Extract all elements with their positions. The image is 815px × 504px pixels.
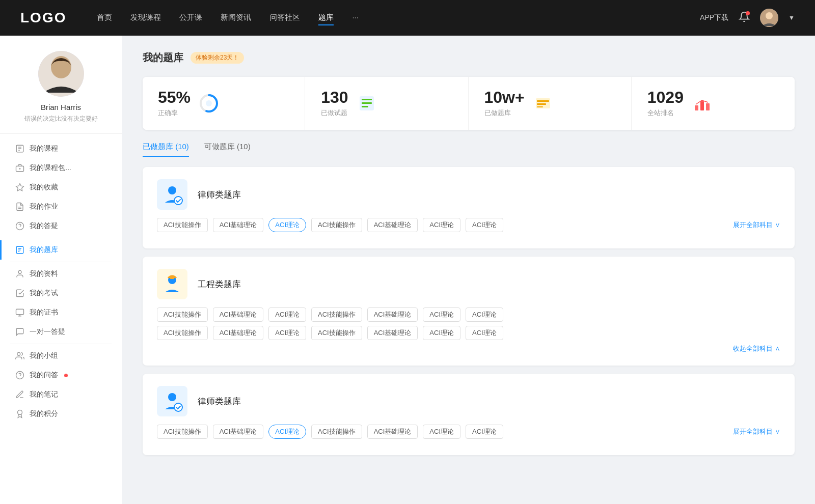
user-motto: 错误的决定比没有决定要好 xyxy=(24,115,98,123)
tag-1[interactable]: ACI技能操作 xyxy=(157,218,208,232)
tag-2[interactable]: ACI基础理论 xyxy=(213,218,264,232)
stat-accuracy-label: 正确率 xyxy=(158,108,191,118)
law2-tag-2[interactable]: ACI基础理论 xyxy=(213,425,264,439)
svg-point-24 xyxy=(16,372,24,379)
law2-tag-3-active[interactable]: ACI理论 xyxy=(268,425,306,439)
nav-open-course[interactable]: 公开课 xyxy=(179,11,202,25)
sidebar-item-package[interactable]: 我的课程包... xyxy=(0,158,122,178)
eng-tag2-1[interactable]: ACI技能操作 xyxy=(157,326,208,340)
tag-3-active[interactable]: ACI理论 xyxy=(268,218,306,232)
qbank-card-lawyer-2: 律师类题库 ACI技能操作 ACI基础理论 ACI理论 ACI技能操作 ACI基… xyxy=(143,374,795,455)
sidebar-item-qa[interactable]: 我的答疑 xyxy=(0,216,122,236)
qbank-tags-engineer-row1: ACI技能操作 ACI基础理论 ACI理论 ACI技能操作 ACI基础理论 AC… xyxy=(157,307,780,322)
nav-discover[interactable]: 发现课程 xyxy=(130,11,161,25)
law2-tag-4[interactable]: ACI技能操作 xyxy=(311,425,362,439)
eng-tag-6[interactable]: ACI理论 xyxy=(423,307,460,322)
eng-tag-3[interactable]: ACI理论 xyxy=(268,307,306,322)
eng-tag2-6[interactable]: ACI理论 xyxy=(423,326,460,340)
stat-qbanks-done: 10w+ 已做题库 xyxy=(469,77,632,130)
main-content: 我的题库 体验剩余23天！ 55% 正确率 xyxy=(122,36,815,504)
svg-point-26 xyxy=(18,410,22,415)
questions-icon xyxy=(357,93,377,114)
svg-point-41 xyxy=(168,186,176,194)
law2-tag-7[interactable]: ACI理论 xyxy=(466,425,503,439)
sidebar-item-qbank[interactable]: 我的题库 xyxy=(0,240,122,260)
user-dropdown-arrow[interactable]: ▼ xyxy=(789,14,795,21)
tab-done[interactable]: 已做题库 (10) xyxy=(143,142,189,157)
svg-point-29 xyxy=(206,100,212,106)
law2-tag-5[interactable]: ACI基础理论 xyxy=(367,425,418,439)
nav-qbank[interactable]: 题库 xyxy=(318,11,334,25)
tabs-bar: 已做题库 (10) 可做题库 (10) xyxy=(143,142,795,157)
stat-qbanks-number: 10w+ xyxy=(484,89,525,105)
eng-tag-2[interactable]: ACI基础理论 xyxy=(213,307,264,322)
law2-tag-6[interactable]: ACI理论 xyxy=(423,425,460,439)
logo: LOGO xyxy=(20,10,66,26)
svg-point-45 xyxy=(168,393,176,401)
svg-rect-32 xyxy=(362,102,372,104)
qbank-tags-engineer-row2: ACI技能操作 ACI基础理论 ACI理论 ACI技能操作 ACI基础理论 AC… xyxy=(157,326,780,340)
qbank-name-engineer: 工程类题库 xyxy=(198,278,241,290)
eng-tag2-7[interactable]: ACI理论 xyxy=(466,326,503,340)
app-download-button[interactable]: APP下载 xyxy=(700,13,728,22)
stat-ranking-label: 全站排名 xyxy=(647,108,684,118)
svg-marker-12 xyxy=(16,184,24,191)
eng-tag2-2[interactable]: ACI基础理论 xyxy=(213,326,264,340)
expand-link-lawyer-1[interactable]: 展开全部科目 ∨ xyxy=(733,220,780,230)
svg-point-46 xyxy=(174,403,182,411)
svg-point-42 xyxy=(174,197,182,205)
svg-point-21 xyxy=(18,270,21,273)
qbank-icon-engineer xyxy=(157,269,187,299)
svg-rect-33 xyxy=(362,106,368,107)
tag-4[interactable]: ACI技能操作 xyxy=(311,218,362,232)
svg-rect-44 xyxy=(170,277,174,279)
sidebar-item-homework[interactable]: 我的作业 xyxy=(0,197,122,216)
user-name: Brian Harris xyxy=(41,103,81,111)
expand-link-lawyer-2[interactable]: 展开全部科目 ∨ xyxy=(733,427,780,436)
sidebar-item-course[interactable]: 我的课程 xyxy=(0,139,122,158)
accuracy-chart-icon xyxy=(199,93,219,114)
eng-tag2-4[interactable]: ACI技能操作 xyxy=(311,326,362,340)
nav-home[interactable]: 首页 xyxy=(97,11,112,25)
nav-qa[interactable]: 问答社区 xyxy=(269,11,300,25)
stat-questions-number: 130 xyxy=(321,89,348,105)
law2-tag-1[interactable]: ACI技能操作 xyxy=(157,425,208,439)
collapse-link-engineer[interactable]: 收起全部科目 ∧ xyxy=(733,344,780,353)
eng-tag-4[interactable]: ACI技能操作 xyxy=(311,307,362,322)
eng-tag-7[interactable]: ACI理论 xyxy=(466,307,503,322)
nav-menu: 首页 发现课程 公开课 新闻资讯 问答社区 题库 ··· xyxy=(97,11,700,25)
qbank-icon-lawyer-2 xyxy=(157,386,187,416)
sidebar-item-points[interactable]: 我的积分 xyxy=(0,404,122,424)
user-avatar-sidebar xyxy=(38,51,84,97)
sidebar-item-notes[interactable]: 我的笔记 xyxy=(0,385,122,404)
sidebar: Brian Harris 错误的决定比没有决定要好 我的课程 我的课程包... … xyxy=(0,36,122,504)
tag-7[interactable]: ACI理论 xyxy=(466,218,503,232)
svg-rect-40 xyxy=(706,103,710,110)
navbar: LOGO 首页 发现课程 公开课 新闻资讯 问答社区 题库 ··· APP下载 … xyxy=(0,0,815,36)
tag-6[interactable]: ACI理论 xyxy=(423,218,460,232)
sidebar-item-favorites[interactable]: 我的收藏 xyxy=(0,178,122,197)
notification-bell[interactable] xyxy=(739,11,750,24)
stats-row: 55% 正确率 130 已做试题 xyxy=(143,77,795,130)
user-avatar-navbar[interactable] xyxy=(760,9,778,27)
svg-point-23 xyxy=(17,352,20,355)
nav-news[interactable]: 新闻资讯 xyxy=(221,11,251,25)
tab-todo[interactable]: 可做题库 (10) xyxy=(204,142,251,157)
svg-rect-37 xyxy=(537,106,543,107)
sidebar-item-group[interactable]: 我的小组 xyxy=(0,346,122,366)
eng-tag2-3[interactable]: ACI理论 xyxy=(268,326,306,340)
eng-tag2-5[interactable]: ACI基础理论 xyxy=(367,326,418,340)
tag-5[interactable]: ACI基础理论 xyxy=(367,218,418,232)
page-layout: Brian Harris 错误的决定比没有决定要好 我的课程 我的课程包... … xyxy=(0,36,815,504)
stat-ranking: 1029 全站排名 xyxy=(632,77,795,130)
nav-more[interactable]: ··· xyxy=(352,11,359,25)
svg-rect-39 xyxy=(700,101,704,110)
sidebar-item-exam[interactable]: 我的考试 xyxy=(0,284,122,303)
sidebar-item-cert[interactable]: 我的证书 xyxy=(0,303,122,322)
svg-rect-36 xyxy=(537,103,546,105)
sidebar-item-question[interactable]: 我的问答 xyxy=(0,366,122,385)
sidebar-item-oneone[interactable]: 一对一答疑 xyxy=(0,322,122,342)
eng-tag-1[interactable]: ACI技能操作 xyxy=(157,307,208,322)
sidebar-item-profile[interactable]: 我的资料 xyxy=(0,264,122,284)
eng-tag-5[interactable]: ACI基础理论 xyxy=(367,307,418,322)
